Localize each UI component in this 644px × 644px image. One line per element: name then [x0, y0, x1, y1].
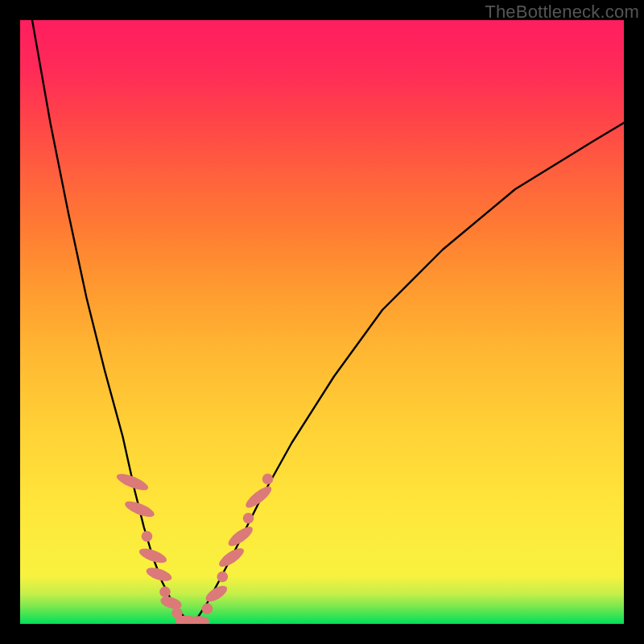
marker-dot	[243, 513, 254, 524]
marker-pill	[203, 583, 229, 605]
marker-dot	[171, 608, 183, 619]
marker-dot	[217, 572, 229, 583]
watermark-text: TheBottleneck.com	[485, 2, 639, 23]
marker-group	[114, 471, 274, 624]
marker-pill	[217, 545, 246, 570]
marker-pill	[175, 616, 197, 625]
series-right-branch	[191, 123, 625, 625]
marker-pill	[123, 498, 156, 520]
marker-pill	[138, 546, 168, 566]
series-left-branch	[32, 20, 191, 624]
curve-layer	[20, 20, 624, 624]
marker-pill	[188, 616, 209, 624]
marker-pill	[114, 471, 150, 493]
marker-pill	[243, 483, 275, 511]
marker-dot	[142, 531, 153, 543]
marker-pill	[145, 565, 174, 584]
marker-pill	[159, 595, 184, 612]
marker-dot	[202, 604, 213, 615]
marker-dot	[159, 587, 171, 598]
chart-frame: TheBottleneck.com	[0, 0, 644, 644]
marker-dot	[262, 473, 274, 485]
marker-pill	[225, 523, 255, 549]
curve-group	[32, 20, 624, 624]
plot-area	[20, 20, 624, 624]
